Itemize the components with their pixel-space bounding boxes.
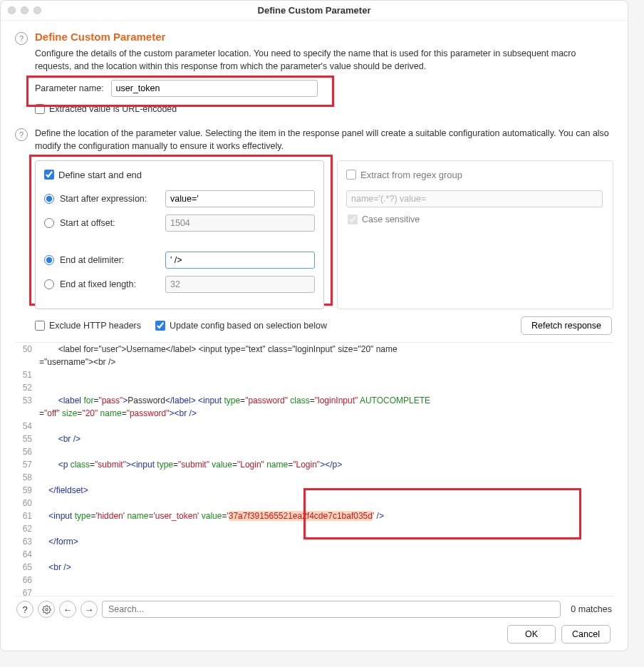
line-number: 53: [15, 394, 39, 407]
code-text[interactable]: </form>: [39, 535, 606, 548]
code-text[interactable]: <label for="user">Username</label> <inpu…: [39, 343, 606, 356]
line-number: 63: [15, 535, 39, 548]
code-line[interactable]: 63 </form>: [15, 535, 606, 548]
line-number: 54: [15, 420, 39, 433]
line-number: 64: [15, 548, 39, 561]
start-offset-label: Start at offset:: [60, 218, 160, 228]
line-number: 59: [15, 484, 39, 497]
code-text[interactable]: [39, 574, 606, 586]
code-line[interactable]: 58: [15, 471, 606, 484]
code-text[interactable]: <p class="submit"><input type="submit" v…: [39, 458, 606, 471]
titlebar: Define Custom Parameter: [1, 1, 628, 21]
code-text[interactable]: [39, 368, 606, 381]
end-fixed-input[interactable]: [165, 276, 315, 293]
start-after-input[interactable]: [165, 190, 315, 207]
refetch-button[interactable]: Refetch response: [521, 316, 612, 335]
search-footer: ? ← → 0 matches: [15, 596, 613, 621]
help-icon[interactable]: ?: [15, 128, 28, 141]
code-text[interactable]: <label for="pass">Password</label> <inpu…: [39, 394, 606, 407]
define-start-end-checkbox[interactable]: [44, 170, 54, 180]
help-icon[interactable]: ?: [15, 32, 28, 45]
update-config-row[interactable]: Update config based on selection below: [155, 321, 327, 331]
code-line[interactable]: 59 </fieldset>: [15, 484, 606, 497]
end-delim-input[interactable]: [165, 252, 315, 269]
url-encoded-checkbox-row[interactable]: Extracted value is URL-encoded: [35, 104, 613, 114]
code-line[interactable]: 61 <input type='hidden' name='user_token…: [15, 510, 606, 522]
code-line[interactable]: 53 <label for="pass">Password</label> <i…: [15, 394, 606, 407]
start-offset-input[interactable]: [165, 214, 315, 232]
section2-desc: Define the location of the parameter val…: [35, 127, 613, 152]
start-end-panel: Define start and end Start after express…: [35, 160, 324, 309]
prev-icon[interactable]: ←: [59, 601, 76, 618]
code-line[interactable]: 60: [15, 497, 606, 510]
regex-input[interactable]: [346, 190, 603, 207]
code-text[interactable]: </fieldset>: [39, 484, 606, 497]
gear-icon[interactable]: [38, 601, 55, 618]
end-fixed-radio[interactable]: [44, 279, 54, 289]
exclude-headers-label: Exclude HTTP headers: [49, 321, 141, 331]
code-line[interactable]: 55 <br />: [15, 433, 606, 445]
start-offset-radio[interactable]: [44, 218, 54, 228]
line-number: 61: [15, 510, 39, 522]
case-sensitive-label: Case sensitive: [362, 214, 420, 224]
end-delim-radio[interactable]: [44, 255, 54, 265]
ok-button[interactable]: OK: [507, 625, 556, 643]
param-name-label: Parameter name:: [35, 83, 104, 93]
url-encoded-checkbox[interactable]: [35, 104, 45, 114]
code-text[interactable]: <input type='hidden' name='user_token' v…: [39, 510, 606, 522]
line-number: 50: [15, 343, 39, 356]
code-text[interactable]: [39, 445, 606, 458]
code-text[interactable]: [39, 420, 606, 433]
code-text[interactable]: <br />: [39, 433, 606, 445]
code-text[interactable]: [39, 471, 606, 484]
code-line[interactable]: 57 <p class="submit"><input type="submit…: [15, 458, 606, 471]
line-number: 52: [15, 381, 39, 394]
line-number: 55: [15, 433, 39, 445]
cancel-button[interactable]: Cancel: [561, 625, 611, 643]
section-desc: Configure the details of the custom para…: [35, 47, 613, 73]
exclude-headers-checkbox[interactable]: [35, 321, 45, 331]
code-text[interactable]: [39, 522, 606, 535]
start-after-radio[interactable]: [44, 194, 54, 204]
url-encoded-label: Extracted value is URL-encoded: [49, 104, 177, 114]
code-text[interactable]: <br />: [39, 561, 606, 574]
line-number: 62: [15, 522, 39, 535]
code-text[interactable]: [39, 497, 606, 510]
response-code-panel[interactable]: 50 <label for="user">Username</label> <i…: [15, 342, 613, 596]
search-input[interactable]: [102, 601, 561, 618]
code-text[interactable]: [39, 586, 606, 596]
dialog-window: Define Custom Parameter ? Define Custom …: [0, 0, 628, 651]
code-line[interactable]: 52: [15, 381, 606, 394]
code-text[interactable]: [39, 548, 606, 561]
window-title: Define Custom Parameter: [1, 5, 628, 16]
line-number: 57: [15, 458, 39, 471]
line-number: 66: [15, 574, 39, 586]
code-line[interactable]: 51: [15, 368, 606, 381]
line-number: 67: [15, 586, 39, 596]
code-line[interactable]: 66: [15, 574, 606, 586]
case-sensitive-checkbox[interactable]: [348, 214, 358, 224]
code-line[interactable]: 65 <br />: [15, 561, 606, 574]
define-start-end-label: Define start and end: [58, 170, 142, 180]
extract-regex-checkbox[interactable]: [346, 170, 356, 180]
update-config-label: Update config based on selection below: [170, 321, 327, 331]
code-line[interactable]: 64: [15, 548, 606, 561]
exclude-headers-row[interactable]: Exclude HTTP headers: [35, 321, 141, 331]
regex-panel: Extract from regex group Case sensitive: [337, 160, 613, 309]
code-text[interactable]: [39, 381, 606, 394]
line-number: 56: [15, 445, 39, 458]
code-line[interactable]: 62: [15, 522, 606, 535]
code-line[interactable]: 67: [15, 586, 606, 596]
code-line[interactable]: 56: [15, 445, 606, 458]
code-line[interactable]: 50 <label for="user">Username</label> <i…: [15, 343, 606, 356]
next-icon[interactable]: →: [80, 601, 98, 618]
svg-point-0: [45, 608, 47, 610]
line-number: 60: [15, 497, 39, 510]
update-config-checkbox[interactable]: [155, 321, 165, 331]
code-line[interactable]: 54: [15, 420, 606, 433]
line-number: 51: [15, 368, 39, 381]
end-fixed-label: End at fixed length:: [60, 279, 160, 289]
dialog-content: ? Define Custom Parameter Configure the …: [1, 21, 628, 651]
param-name-input[interactable]: [111, 80, 318, 97]
help-icon[interactable]: ?: [16, 601, 33, 618]
